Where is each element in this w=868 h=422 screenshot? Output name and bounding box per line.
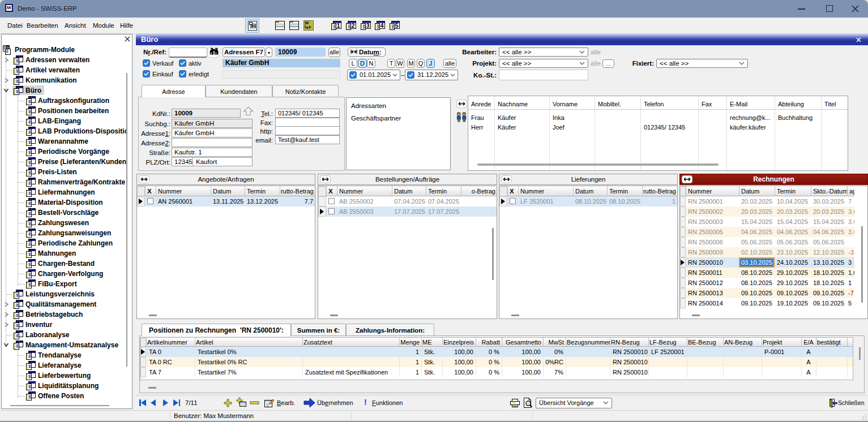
svg-text:4: 4 bbox=[380, 22, 384, 29]
svg-text:2: 2 bbox=[351, 22, 354, 29]
svg-text:1: 1 bbox=[336, 22, 340, 29]
svg-text:3: 3 bbox=[366, 22, 369, 29]
svg-text:5: 5 bbox=[395, 22, 398, 29]
